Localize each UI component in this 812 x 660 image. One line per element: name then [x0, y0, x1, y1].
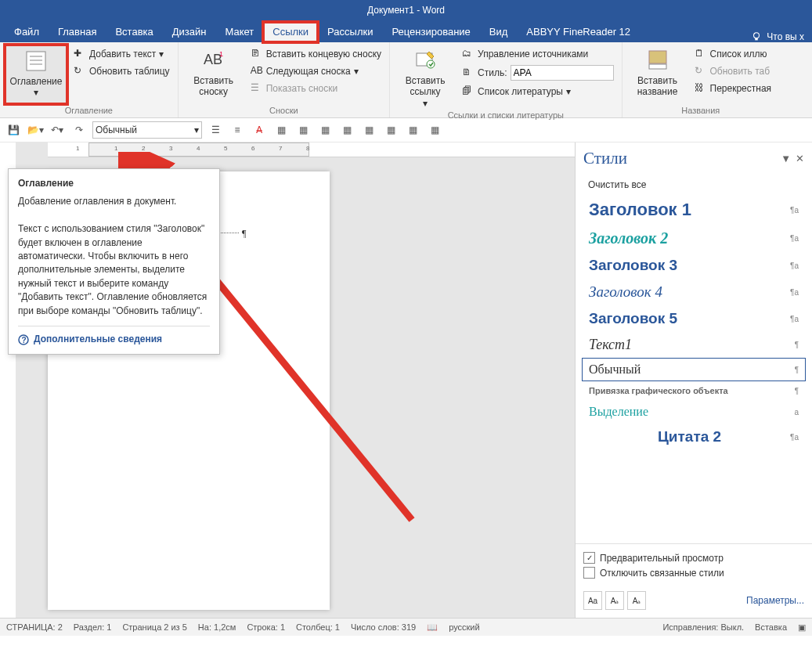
style-item[interactable]: Заголовок 1¶a [582, 195, 806, 225]
tab-file[interactable]: Файл [5, 22, 49, 42]
save-button[interactable]: 💾 [5, 121, 22, 139]
help-icon: ? [18, 334, 29, 345]
tooltip-more-link[interactable]: ? Дополнительные сведения [18, 326, 210, 346]
svg-rect-11 [649, 64, 666, 69]
style-item[interactable]: Цитата 2¶a [582, 424, 806, 450]
status-section[interactable]: Раздел: 1 [74, 622, 112, 632]
style-inspector-button[interactable]: Aₐ [605, 591, 624, 610]
show-footnotes-button[interactable]: ☰Показать сноски [247, 81, 384, 96]
svg-text:?: ? [22, 336, 27, 344]
qat-btn-3[interactable]: А̶ [251, 121, 268, 139]
citation-style-select[interactable]: 🗎Стиль: [459, 63, 616, 82]
table-of-figures-button[interactable]: 🗒Список иллю [691, 46, 775, 62]
svg-rect-2 [27, 52, 45, 70]
tab-mailings[interactable]: Рассылки [318, 22, 382, 42]
insert-footnote-button[interactable]: AB1 Вставить сноску [183, 45, 244, 104]
tell-me-box[interactable]: Что вы х [743, 31, 812, 42]
style-item[interactable]: Обычный¶ [582, 358, 806, 381]
status-at[interactable]: На: 1,2см [198, 622, 236, 632]
tab-design[interactable]: Дизайн [163, 22, 216, 42]
status-line[interactable]: Строка: 1 [247, 622, 285, 632]
preview-checkbox[interactable]: ✓Предварительный просмотр [583, 550, 804, 565]
qat-btn-1[interactable]: ☰ [207, 121, 224, 139]
macro-record-icon[interactable]: ▣ [798, 622, 806, 633]
show-notes-icon: ☰ [251, 82, 263, 95]
style-item[interactable]: Заголовок 4¶a [582, 279, 806, 305]
tooltip-text-2: Текст с использованием стиля "Заголовок"… [18, 222, 210, 318]
qat-btn-4[interactable]: ▦ [272, 121, 290, 139]
add-text-icon: ✚ [74, 48, 86, 60]
toc-icon [23, 49, 49, 74]
insert-citation-button[interactable]: Вставить ссылку ▾ [395, 45, 456, 109]
citation-icon [413, 48, 438, 73]
style-item[interactable]: Заголовок 5¶a [582, 305, 806, 332]
ribbon-tabs: Файл Главная Вставка Дизайн Макет Ссылки… [0, 20, 812, 42]
close-icon[interactable]: ✕ [796, 153, 804, 165]
disable-linked-checkbox[interactable]: Отключить связанные стили [583, 565, 804, 580]
qat-btn-8[interactable]: ▦ [360, 121, 377, 139]
next-footnote-button[interactable]: ABСледующая сноска ▾ [247, 63, 384, 79]
style-icon: 🗎 [462, 67, 475, 79]
qat-btn-2[interactable]: ≡ [229, 121, 246, 139]
lightbulb-icon [751, 31, 762, 42]
group-captions-label: Названия [627, 104, 775, 117]
style-item[interactable]: Заголовок 3¶a [582, 252, 806, 279]
pane-options-icon[interactable]: ▼ [781, 153, 791, 165]
quick-style-select[interactable]: Обычный▾ [92, 121, 202, 139]
qat-btn-11[interactable]: ▦ [426, 121, 443, 139]
citation-style-input[interactable] [511, 65, 614, 81]
proofing-icon[interactable]: 📖 [427, 622, 438, 633]
tab-review[interactable]: Рецензирование [382, 22, 479, 42]
status-words[interactable]: Число слов: 319 [351, 622, 416, 632]
bibliography-icon: 🗐 [462, 85, 475, 98]
next-footnote-icon: AB [251, 65, 263, 78]
qat-btn-7[interactable]: ▦ [338, 121, 355, 139]
styles-pane-title: Стили [583, 149, 627, 168]
tooltip-text-1: Добавление оглавления в документ. [18, 195, 210, 208]
status-revisions[interactable]: Исправления: Выкл. [662, 622, 744, 632]
toc-button[interactable]: Оглавление ▾ [5, 45, 67, 104]
manage-styles-button[interactable]: Aₐ [627, 591, 646, 610]
tab-layout[interactable]: Макет [215, 22, 263, 42]
qat-btn-5[interactable]: ▦ [294, 121, 312, 139]
status-insert[interactable]: Вставка [755, 622, 787, 632]
chevron-down-icon: ▾ [194, 124, 199, 135]
style-item[interactable]: Выделениеa [582, 400, 806, 424]
clear-all-styles[interactable]: Очистить все [582, 175, 806, 195]
qat-btn-6[interactable]: ▦ [316, 121, 334, 139]
refresh-icon: ↻ [695, 65, 707, 78]
tab-home[interactable]: Главная [49, 22, 106, 42]
qat-btn-9[interactable]: ▦ [382, 121, 399, 139]
caption-icon [645, 48, 670, 73]
tab-references[interactable]: Ссылки [263, 22, 318, 42]
tab-view[interactable]: Вид [480, 22, 518, 42]
style-item[interactable]: Текст1¶ [582, 332, 806, 358]
style-options-link[interactable]: Параметры... [746, 595, 804, 606]
new-style-button[interactable]: Aa [583, 591, 602, 610]
status-language[interactable]: русский [449, 622, 479, 632]
qat-btn-10[interactable]: ▦ [404, 121, 421, 139]
group-footnotes-label: Сноски [183, 104, 384, 117]
manage-sources-button[interactable]: 🗂Управление источниками [459, 46, 616, 62]
tab-abbyy[interactable]: ABBYY FineReader 12 [517, 22, 640, 42]
status-col[interactable]: Столбец: 1 [296, 622, 340, 632]
add-text-button[interactable]: ✚Добавить текст ▾ [70, 46, 173, 62]
style-item[interactable]: Привязка графического объекта¶ [582, 381, 806, 400]
status-page-of[interactable]: Страница 2 из 5 [122, 622, 186, 632]
undo-button[interactable]: ↶▾ [49, 121, 66, 139]
cross-reference-button[interactable]: ⛓Перекрестная [691, 81, 775, 96]
bibliography-button[interactable]: 🗐Список литературы ▾ [459, 84, 616, 99]
status-page[interactable]: СТРАНИЦА: 2 [6, 622, 63, 632]
styles-pane: Стили ▼✕ Очистить все Заголовок 1¶aЗагол… [575, 142, 812, 618]
redo-button[interactable]: ↷ [70, 121, 88, 139]
tab-insert[interactable]: Вставка [106, 22, 162, 42]
endnote-icon: 🖹 [251, 48, 263, 60]
insert-caption-button[interactable]: Вставить название [627, 45, 688, 104]
update-table-figures-button[interactable]: ↻Обновить таб [691, 63, 775, 79]
update-table-button[interactable]: ↻Обновить таблицу [70, 63, 173, 79]
open-button[interactable]: 📂▾ [27, 121, 44, 139]
refresh-icon: ↻ [74, 65, 86, 78]
style-item[interactable]: Заголовок 2¶a [582, 225, 806, 252]
insert-endnote-button[interactable]: 🖹Вставить концевую сноску [247, 46, 384, 62]
svg-point-0 [754, 33, 760, 38]
